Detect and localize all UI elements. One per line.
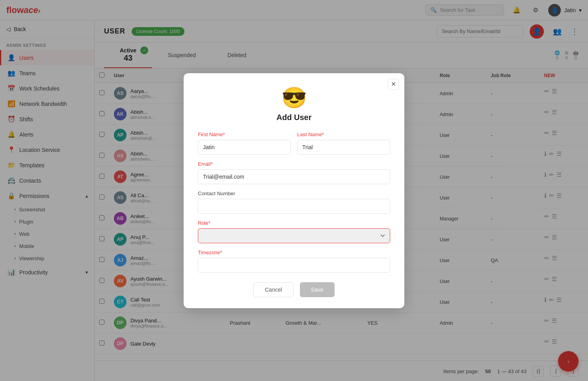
email-label: Email* — [198, 161, 390, 167]
modal-actions: Cancel Save — [198, 282, 390, 297]
modal-title: Add User — [198, 113, 390, 122]
contact-input[interactable] — [198, 199, 390, 214]
role-group: Role* Admin User Manager — [198, 220, 390, 243]
add-user-modal: ✕ 😎 Add User First Name* Last Name* Emai… — [184, 73, 404, 308]
role-label: Role* — [198, 220, 390, 226]
modal-overlay[interactable]: ✕ 😎 Add User First Name* Last Name* Emai… — [0, 0, 588, 381]
first-name-input[interactable] — [198, 140, 291, 155]
timezone-label: Timezone* — [198, 250, 390, 255]
last-name-group: Last Name* — [297, 131, 390, 155]
contact-label: Contact Number — [198, 190, 390, 196]
timezone-input[interactable] — [198, 258, 390, 273]
last-name-label: Last Name* — [297, 131, 390, 137]
modal-emoji: 😎 — [198, 86, 390, 110]
email-input[interactable] — [198, 169, 390, 184]
timezone-group: Timezone* — [198, 250, 390, 273]
cancel-button[interactable]: Cancel — [253, 282, 294, 297]
save-button[interactable]: Save — [300, 282, 335, 297]
name-row: First Name* Last Name* — [198, 131, 390, 155]
email-group: Email* — [198, 161, 390, 184]
modal-close-button[interactable]: ✕ — [388, 79, 399, 90]
first-name-group: First Name* — [198, 131, 291, 155]
contact-group: Contact Number — [198, 190, 390, 214]
role-select[interactable]: Admin User Manager — [198, 228, 390, 243]
first-name-label: First Name* — [198, 131, 291, 137]
last-name-input[interactable] — [297, 140, 390, 155]
